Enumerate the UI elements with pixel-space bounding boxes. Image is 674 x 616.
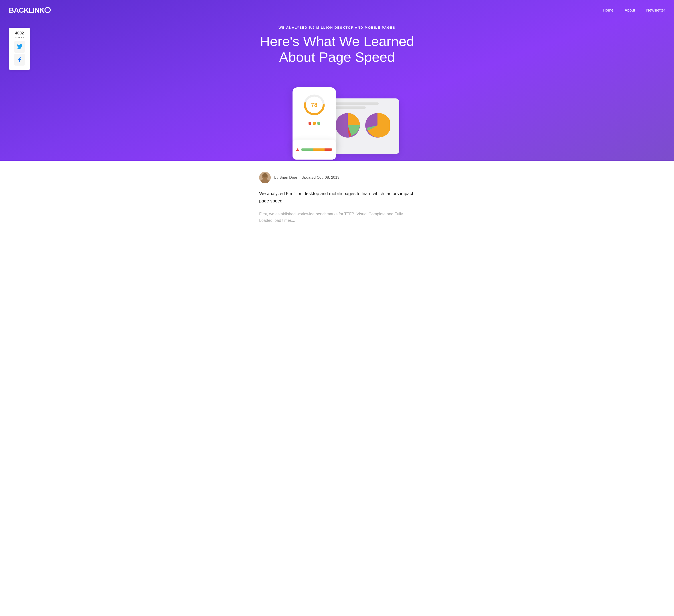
svg-point-7 (262, 173, 267, 178)
hero-content: 4002 shares WE ANALYZED 5.2 MILLION DESK… (9, 23, 665, 147)
bar-orange (313, 122, 316, 125)
progress-green (301, 148, 313, 151)
logo-text: BACKLINK (9, 6, 44, 14)
hero-title: Here's What We Learned About Page Speed (259, 33, 415, 65)
share-count: 4002 (13, 31, 26, 35)
article-intro: We analyzed 5 million desktop and mobile… (259, 190, 415, 205)
phone-bars (309, 122, 320, 125)
bar-green (317, 122, 320, 125)
nav-links: Home About Newsletter (603, 8, 665, 13)
nav-newsletter[interactable]: Newsletter (646, 8, 665, 12)
bar-red (309, 122, 311, 125)
hero-section: BACKLINK Home About Newsletter 4002 shar… (0, 0, 674, 161)
facebook-share-button[interactable] (14, 54, 25, 65)
progress-orange (313, 148, 324, 151)
avatar-image (259, 172, 271, 183)
twitter-share-button[interactable] (14, 41, 25, 53)
gauge-value: 78 (311, 101, 317, 108)
nav-about[interactable]: About (625, 8, 635, 12)
content-section: by Brian Dean · Updated Oct. 08, 2019 We… (252, 161, 422, 233)
pie-charts-row (330, 113, 395, 138)
pie-chart-2 (365, 113, 390, 138)
main-nav: BACKLINK Home About Newsletter (9, 0, 665, 23)
dashboard-card (326, 99, 399, 154)
hero-illustration: 78 (9, 76, 665, 147)
dash-line-1 (330, 103, 379, 105)
logo-o (44, 7, 51, 13)
share-label: shares (13, 35, 26, 39)
article-teaser: First, we established worldwide benchmar… (259, 211, 415, 224)
gauge-chart: 78 (302, 93, 327, 117)
pie-chart-1 (335, 113, 360, 138)
logo[interactable]: BACKLINK (9, 6, 51, 14)
progress-row (296, 148, 332, 151)
phone-progress-card (293, 140, 336, 160)
author-meta: by Brian Dean · Updated Oct. 08, 2019 (274, 175, 339, 180)
hero-subtitle: WE ANALYZED 5.2 MILLION DESKTOP AND MOBI… (9, 26, 665, 29)
progress-red (325, 148, 332, 151)
triangle-icon (296, 148, 299, 151)
author-row: by Brian Dean · Updated Oct. 08, 2019 (259, 172, 415, 183)
author-avatar (259, 172, 271, 183)
progress-bar (301, 148, 332, 151)
nav-home[interactable]: Home (603, 8, 613, 12)
share-box: 4002 shares (9, 28, 30, 70)
